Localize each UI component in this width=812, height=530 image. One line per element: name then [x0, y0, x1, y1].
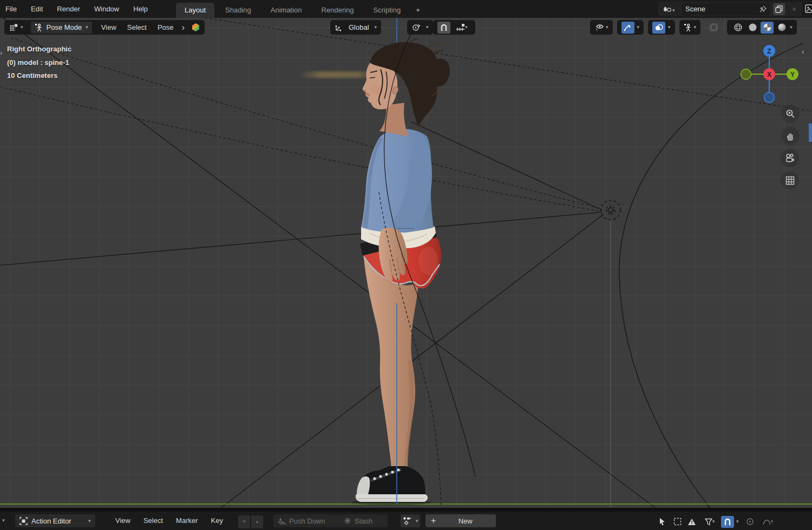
shading-material-button[interactable]	[761, 22, 774, 34]
camera-view-button[interactable]	[781, 149, 799, 167]
chevron-down-icon: ▾	[465, 25, 468, 30]
sidebar-tab-marker[interactable]	[809, 123, 812, 142]
pan-button[interactable]	[781, 127, 800, 145]
toggle-ortho-button[interactable]	[781, 171, 799, 189]
shading-solid-button[interactable]	[746, 22, 759, 34]
chevron-down-icon[interactable]: ▾	[790, 25, 793, 30]
ds-menu-select[interactable]: Select	[143, 516, 163, 525]
gizmo-icon	[624, 24, 632, 31]
menu-window[interactable]: Window	[94, 5, 119, 13]
main-menus: File Edit Render Window Help	[0, 5, 148, 13]
viewport-header-right: ▾ ▾ ▾	[590, 20, 797, 35]
topbar: File Edit Render Window Help Layout Shad…	[0, 0, 812, 18]
context-label: (0) model : spine-1	[7, 56, 71, 70]
only-selected-toggle[interactable]	[656, 516, 669, 528]
ds-menu-marker[interactable]: Marker	[176, 516, 198, 525]
shading-rendered-button[interactable]	[775, 22, 788, 34]
chevron-down-icon: ▾	[694, 25, 697, 30]
menu-file[interactable]: File	[5, 5, 17, 13]
axis-minus-z-ball[interactable]	[764, 93, 775, 103]
editor-3d-viewport-icon	[9, 23, 18, 32]
view-label: Right Orthographic	[7, 43, 71, 56]
filter-dropdown[interactable]: ▾	[700, 516, 719, 528]
rendered-sphere-icon	[777, 23, 787, 32]
action-editor-mode-dropdown[interactable]: Action Editor ▾	[15, 514, 95, 527]
push-down-button[interactable]: Push Down	[273, 514, 342, 527]
show-errors-toggle[interactable]	[685, 516, 698, 528]
snowflake-icon	[344, 517, 351, 525]
render-region-button[interactable]	[705, 20, 723, 35]
add-workspace-button[interactable]: +	[411, 3, 424, 18]
scene-name-field[interactable]: Scene	[682, 3, 770, 15]
axis-z-label: Z	[767, 48, 771, 55]
tab-layout[interactable]: Layout	[176, 3, 214, 18]
selectability-dropdown[interactable]: ▾	[590, 20, 613, 35]
axis-x-ball[interactable]: X	[763, 68, 775, 80]
show-gizmo-toggle[interactable]	[621, 22, 634, 34]
menu-pose[interactable]: Pose	[156, 23, 175, 31]
scene-datablock-icon[interactable]: ▾	[660, 3, 679, 15]
ik-target-empty[interactable]	[601, 200, 620, 220]
menu-edit[interactable]: Edit	[31, 5, 43, 13]
chevron-down-icon[interactable]: ▾	[668, 25, 671, 30]
falloff-dropdown-disabled[interactable]: ▾	[758, 516, 778, 528]
axis-z-ball[interactable]: Z	[763, 45, 775, 57]
editor-type-button-bottom[interactable]: ▾	[2, 513, 5, 528]
chevron-down-icon: ▾	[86, 25, 88, 30]
proportional-editing-dropdown[interactable]: ▾	[453, 22, 471, 34]
auto-snap-toggle[interactable]	[721, 516, 734, 528]
orientation-label: Global	[349, 23, 369, 31]
chevron-down-icon[interactable]: ▾	[736, 519, 739, 524]
snap-toggle[interactable]	[437, 22, 450, 34]
action-down-button[interactable]: ▾	[238, 515, 250, 528]
navigation-gizmo[interactable]: Z Y X	[732, 40, 808, 110]
tab-animation[interactable]: Animation	[262, 3, 311, 18]
ds-menu-key[interactable]: Key	[211, 516, 223, 525]
gizmo-toggle-group: ▾	[617, 20, 644, 35]
breadcrumb[interactable]: ›	[182, 22, 185, 33]
axis-x-label: X	[767, 71, 771, 78]
frame-region-button[interactable]	[671, 516, 684, 528]
dopesheet-header: ▾ Action Editor ▾ View Select Marker Key…	[0, 512, 812, 530]
menu-help[interactable]: Help	[133, 5, 148, 13]
action-up-button[interactable]: ▴	[251, 515, 263, 528]
keyframe-type-icon	[403, 516, 411, 525]
menu-select[interactable]: Select	[126, 23, 148, 31]
menu-view[interactable]: View	[100, 23, 118, 31]
transform-orientation-dropdown[interactable]: Global ▾	[330, 20, 381, 35]
keying-type-dropdown[interactable]: ▾	[401, 514, 420, 527]
new-scene-button[interactable]	[773, 3, 785, 15]
pivot-point-dropdown[interactable]: ▾	[407, 20, 433, 35]
editor-divider[interactable]	[0, 508, 812, 512]
xray-pose-options[interactable]: ▾	[679, 20, 701, 35]
tab-rendering[interactable]: Rendering	[313, 3, 363, 18]
axis-minus-y-ball[interactable]	[741, 69, 751, 80]
proportional-edit-toggle-disabled[interactable]	[744, 516, 757, 528]
pose-mode-icon	[35, 23, 43, 32]
stash-button[interactable]: Stash	[339, 514, 388, 527]
toolbar-expand-arrow[interactable]: ›	[0, 49, 2, 57]
tab-scripting[interactable]: Scripting	[365, 3, 410, 18]
shading-wireframe-button[interactable]	[731, 22, 744, 34]
armature-xray-icon	[684, 23, 692, 32]
ds-menu-view[interactable]: View	[115, 516, 130, 525]
editor-type-button[interactable]: ▾	[9, 23, 23, 32]
axis-y-ball[interactable]: Y	[787, 68, 798, 80]
zoom-button[interactable]	[781, 104, 800, 123]
pin-icon[interactable]	[759, 5, 767, 13]
viewlayer-icon[interactable]	[804, 3, 812, 14]
proportional-editing-icon	[456, 23, 465, 31]
character-model[interactable]	[300, 38, 474, 506]
unlink-scene-button[interactable]: ×	[788, 3, 800, 15]
new-action-button[interactable]: + New	[425, 514, 496, 527]
tab-shading[interactable]: Shading	[217, 3, 260, 18]
mode-dropdown[interactable]: Pose Mode ▾	[31, 22, 92, 34]
chevron-down-icon[interactable]: ▾	[637, 25, 640, 30]
active-object-icon[interactable]	[191, 23, 200, 32]
chevron-down-icon: ▾	[2, 518, 5, 523]
funnel-icon	[705, 518, 712, 526]
viewport-3d[interactable]: ▾ Pose Mode ▾ View Select Pose ›	[0, 18, 812, 508]
show-overlays-toggle[interactable]	[652, 22, 665, 34]
menu-render[interactable]: Render	[57, 5, 80, 13]
overlays-icon	[654, 24, 663, 31]
